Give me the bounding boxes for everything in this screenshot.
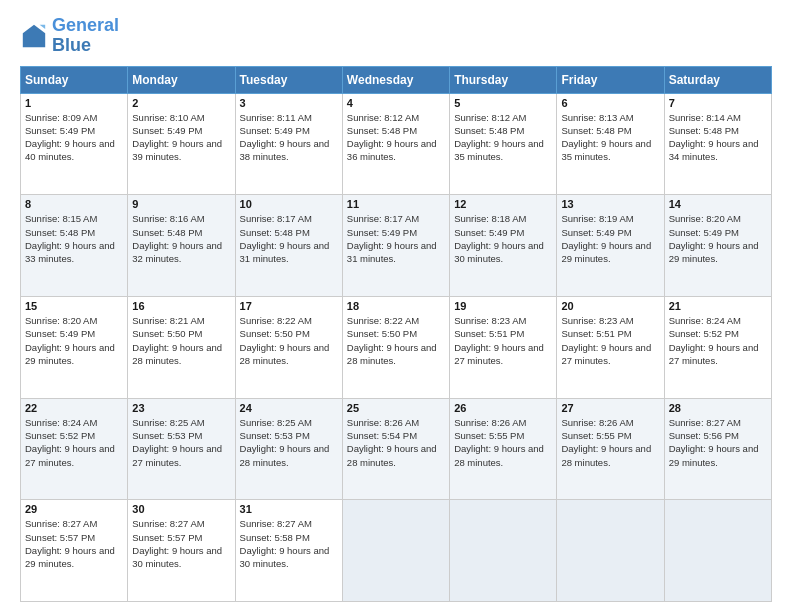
calendar-cell: 10 Sunrise: 8:17 AM Sunset: 5:48 PM Dayl…	[235, 195, 342, 297]
logo-icon	[20, 22, 48, 50]
day-number: 23	[132, 402, 230, 414]
day-info: Sunrise: 8:12 AM Sunset: 5:48 PM Dayligh…	[454, 111, 552, 164]
sunrise-label: Sunrise: 8:12 AM	[347, 112, 419, 123]
day-number: 8	[25, 198, 123, 210]
sunrise-label: Sunrise: 8:17 AM	[240, 213, 312, 224]
page: General Blue Sunday Monday Tuesday Wedne…	[0, 0, 792, 612]
day-number: 3	[240, 97, 338, 109]
sunset-label: Sunset: 5:54 PM	[347, 430, 417, 441]
sunset-label: Sunset: 5:49 PM	[240, 125, 310, 136]
day-number: 6	[561, 97, 659, 109]
calendar-cell: 29 Sunrise: 8:27 AM Sunset: 5:57 PM Dayl…	[21, 500, 128, 602]
day-number: 11	[347, 198, 445, 210]
day-info: Sunrise: 8:11 AM Sunset: 5:49 PM Dayligh…	[240, 111, 338, 164]
daylight-label: Daylight: 9 hours and 28 minutes.	[454, 443, 544, 467]
calendar-cell: 1 Sunrise: 8:09 AM Sunset: 5:49 PM Dayli…	[21, 93, 128, 195]
week-row-5: 29 Sunrise: 8:27 AM Sunset: 5:57 PM Dayl…	[21, 500, 772, 602]
svg-marker-1	[40, 25, 46, 29]
day-number: 5	[454, 97, 552, 109]
sunset-label: Sunset: 5:57 PM	[132, 532, 202, 543]
day-info: Sunrise: 8:20 AM Sunset: 5:49 PM Dayligh…	[25, 314, 123, 367]
daylight-label: Daylight: 9 hours and 28 minutes.	[561, 443, 651, 467]
sunrise-label: Sunrise: 8:24 AM	[25, 417, 97, 428]
sunset-label: Sunset: 5:48 PM	[561, 125, 631, 136]
sunrise-label: Sunrise: 8:11 AM	[240, 112, 312, 123]
day-number: 7	[669, 97, 767, 109]
calendar-cell: 5 Sunrise: 8:12 AM Sunset: 5:48 PM Dayli…	[450, 93, 557, 195]
week-row-4: 22 Sunrise: 8:24 AM Sunset: 5:52 PM Dayl…	[21, 398, 772, 500]
calendar-cell: 7 Sunrise: 8:14 AM Sunset: 5:48 PM Dayli…	[664, 93, 771, 195]
calendar-cell: 19 Sunrise: 8:23 AM Sunset: 5:51 PM Dayl…	[450, 296, 557, 398]
day-number: 25	[347, 402, 445, 414]
day-number: 21	[669, 300, 767, 312]
day-info: Sunrise: 8:13 AM Sunset: 5:48 PM Dayligh…	[561, 111, 659, 164]
calendar-cell: 31 Sunrise: 8:27 AM Sunset: 5:58 PM Dayl…	[235, 500, 342, 602]
sunset-label: Sunset: 5:51 PM	[561, 328, 631, 339]
day-info: Sunrise: 8:15 AM Sunset: 5:48 PM Dayligh…	[25, 212, 123, 265]
calendar-cell: 2 Sunrise: 8:10 AM Sunset: 5:49 PM Dayli…	[128, 93, 235, 195]
calendar-cell: 11 Sunrise: 8:17 AM Sunset: 5:49 PM Dayl…	[342, 195, 449, 297]
calendar-cell: 12 Sunrise: 8:18 AM Sunset: 5:49 PM Dayl…	[450, 195, 557, 297]
daylight-label: Daylight: 9 hours and 29 minutes.	[669, 240, 759, 264]
calendar-cell: 26 Sunrise: 8:26 AM Sunset: 5:55 PM Dayl…	[450, 398, 557, 500]
day-info: Sunrise: 8:14 AM Sunset: 5:48 PM Dayligh…	[669, 111, 767, 164]
day-number: 2	[132, 97, 230, 109]
day-info: Sunrise: 8:22 AM Sunset: 5:50 PM Dayligh…	[347, 314, 445, 367]
sunrise-label: Sunrise: 8:27 AM	[240, 518, 312, 529]
sunset-label: Sunset: 5:49 PM	[669, 227, 739, 238]
day-number: 22	[25, 402, 123, 414]
sunset-label: Sunset: 5:49 PM	[561, 227, 631, 238]
daylight-label: Daylight: 9 hours and 28 minutes.	[240, 443, 330, 467]
day-number: 20	[561, 300, 659, 312]
day-info: Sunrise: 8:27 AM Sunset: 5:56 PM Dayligh…	[669, 416, 767, 469]
sunrise-label: Sunrise: 8:26 AM	[347, 417, 419, 428]
sunrise-label: Sunrise: 8:20 AM	[25, 315, 97, 326]
sunrise-label: Sunrise: 8:22 AM	[240, 315, 312, 326]
sunset-label: Sunset: 5:57 PM	[25, 532, 95, 543]
sunrise-label: Sunrise: 8:23 AM	[454, 315, 526, 326]
sunrise-label: Sunrise: 8:27 AM	[25, 518, 97, 529]
day-info: Sunrise: 8:25 AM Sunset: 5:53 PM Dayligh…	[240, 416, 338, 469]
col-tuesday: Tuesday	[235, 66, 342, 93]
daylight-label: Daylight: 9 hours and 40 minutes.	[25, 138, 115, 162]
daylight-label: Daylight: 9 hours and 29 minutes.	[25, 342, 115, 366]
day-info: Sunrise: 8:25 AM Sunset: 5:53 PM Dayligh…	[132, 416, 230, 469]
daylight-label: Daylight: 9 hours and 29 minutes.	[25, 545, 115, 569]
daylight-label: Daylight: 9 hours and 33 minutes.	[25, 240, 115, 264]
day-number: 15	[25, 300, 123, 312]
calendar-cell	[342, 500, 449, 602]
calendar-cell: 20 Sunrise: 8:23 AM Sunset: 5:51 PM Dayl…	[557, 296, 664, 398]
sunset-label: Sunset: 5:49 PM	[25, 328, 95, 339]
day-number: 16	[132, 300, 230, 312]
day-info: Sunrise: 8:24 AM Sunset: 5:52 PM Dayligh…	[25, 416, 123, 469]
calendar-cell: 8 Sunrise: 8:15 AM Sunset: 5:48 PM Dayli…	[21, 195, 128, 297]
sunrise-label: Sunrise: 8:20 AM	[669, 213, 741, 224]
calendar-cell: 16 Sunrise: 8:21 AM Sunset: 5:50 PM Dayl…	[128, 296, 235, 398]
calendar-cell: 9 Sunrise: 8:16 AM Sunset: 5:48 PM Dayli…	[128, 195, 235, 297]
col-friday: Friday	[557, 66, 664, 93]
daylight-label: Daylight: 9 hours and 36 minutes.	[347, 138, 437, 162]
logo: General Blue	[20, 16, 119, 56]
day-info: Sunrise: 8:19 AM Sunset: 5:49 PM Dayligh…	[561, 212, 659, 265]
col-wednesday: Wednesday	[342, 66, 449, 93]
sunset-label: Sunset: 5:49 PM	[454, 227, 524, 238]
calendar-cell	[664, 500, 771, 602]
daylight-label: Daylight: 9 hours and 29 minutes.	[669, 443, 759, 467]
daylight-label: Daylight: 9 hours and 27 minutes.	[561, 342, 651, 366]
day-number: 31	[240, 503, 338, 515]
svg-marker-0	[23, 25, 45, 47]
daylight-label: Daylight: 9 hours and 30 minutes.	[454, 240, 544, 264]
day-info: Sunrise: 8:09 AM Sunset: 5:49 PM Dayligh…	[25, 111, 123, 164]
calendar-cell: 24 Sunrise: 8:25 AM Sunset: 5:53 PM Dayl…	[235, 398, 342, 500]
sunset-label: Sunset: 5:48 PM	[240, 227, 310, 238]
daylight-label: Daylight: 9 hours and 28 minutes.	[240, 342, 330, 366]
sunrise-label: Sunrise: 8:16 AM	[132, 213, 204, 224]
calendar-cell: 4 Sunrise: 8:12 AM Sunset: 5:48 PM Dayli…	[342, 93, 449, 195]
day-number: 17	[240, 300, 338, 312]
day-info: Sunrise: 8:22 AM Sunset: 5:50 PM Dayligh…	[240, 314, 338, 367]
day-info: Sunrise: 8:20 AM Sunset: 5:49 PM Dayligh…	[669, 212, 767, 265]
sunset-label: Sunset: 5:55 PM	[561, 430, 631, 441]
day-info: Sunrise: 8:27 AM Sunset: 5:57 PM Dayligh…	[132, 517, 230, 570]
sunset-label: Sunset: 5:49 PM	[347, 227, 417, 238]
sunrise-label: Sunrise: 8:10 AM	[132, 112, 204, 123]
